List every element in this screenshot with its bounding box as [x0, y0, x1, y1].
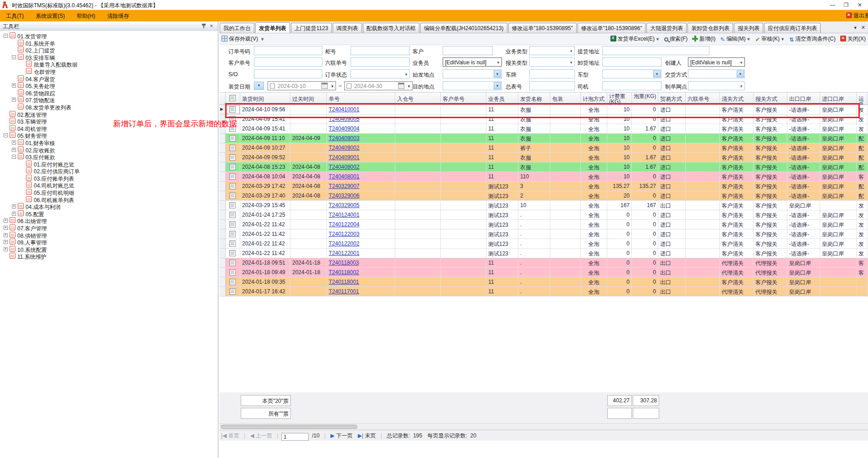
- column-header-计泡方式[interactable]: 计泡方式: [581, 93, 607, 105]
- driver-field[interactable]: [602, 81, 661, 90]
- row-checkbox[interactable]: [229, 288, 236, 295]
- tree-expander-icon[interactable]: −: [4, 34, 8, 38]
- next-page-button[interactable]: ▶ 下一页: [331, 432, 353, 440]
- sidebar-item-仓群管理[interactable]: 仓群管理: [0, 68, 218, 75]
- sidebar-item-04.司机对账总览[interactable]: 04.司机对账总览: [0, 182, 218, 189]
- row-checkbox[interactable]: [229, 183, 236, 189]
- table-row[interactable]: 2024-01-18 09:512024-01-18T24011800311.全…: [219, 258, 868, 268]
- tab-发货单列表[interactable]: 发货单列表: [255, 22, 290, 33]
- tab-修改运单"180-15390895"[interactable]: 修改运单"180-15390895": [508, 23, 577, 33]
- row-checkbox[interactable]: [229, 212, 236, 218]
- menu-item-3[interactable]: 清除缓存: [101, 10, 135, 21]
- tab-调度列表[interactable]: 调度列表: [333, 23, 362, 33]
- tree-expander-icon[interactable]: +: [4, 226, 8, 230]
- order-number-link[interactable]: T240122003: [327, 229, 395, 239]
- tree-expander-icon[interactable]: −: [4, 133, 8, 137]
- table-row[interactable]: 2024-04-08 15:232024-04-08T24040800211衣服…: [219, 162, 868, 172]
- sidebar-item-05.应付司机明细[interactable]: 05.应付司机明细: [0, 189, 218, 196]
- chevron-down-icon[interactable]: ▼: [737, 70, 744, 78]
- sidebar-item-06.司机账单列表[interactable]: 06.司机账单列表: [0, 196, 218, 203]
- biz_type-field[interactable]: ▼: [529, 46, 575, 55]
- table-row[interactable]: 2024-01-22 11:42T240122001测试123.全泡00进口客户…: [219, 249, 868, 258]
- horizontal-scrollbar[interactable]: [219, 423, 868, 430]
- sidebar-item-批量导入配载数据[interactable]: 批量导入配载数据: [0, 61, 218, 68]
- tab-配载数据导入对话框[interactable]: 配载数据导入对话框: [363, 23, 419, 33]
- sidebar-item-01.系统开单[interactable]: 01.系统开单: [0, 40, 218, 47]
- date-checkbox[interactable]: [270, 83, 275, 88]
- row-checkbox[interactable]: [229, 260, 236, 266]
- tree-expander-icon[interactable]: +: [4, 247, 8, 251]
- sidebar-item-02.应付供应商订单[interactable]: 02.应付供应商订单: [0, 167, 218, 175]
- toolbar-button-编辑(M)[interactable]: ✎编辑(M)▼: [718, 33, 753, 43]
- row-checkbox-cell[interactable]: [226, 153, 240, 162]
- sidebar-item-03.应付账款[interactable]: −03.应付账款: [0, 153, 218, 161]
- column-header-装货时间[interactable]: 装货时间: [240, 93, 290, 105]
- table-row[interactable]: 2024-01-24 17:25T240124001测试123.全泡00进口客户…: [219, 210, 868, 220]
- row-checkbox[interactable]: [229, 164, 236, 170]
- order-number-link[interactable]: T240409004: [327, 124, 395, 134]
- sidebar-item-03.安排车辆[interactable]: −03.安排车辆: [0, 54, 218, 61]
- tree-expander-icon[interactable]: +: [12, 98, 16, 102]
- tab-大陆退货列表[interactable]: 大陆退货列表: [646, 23, 687, 33]
- date_from-field[interactable]: 2024-03-10▼: [268, 81, 336, 90]
- column-header-泡重(KG)[interactable]: 泡重(KG): [632, 93, 658, 105]
- page-number-input[interactable]: 1: [281, 433, 309, 441]
- tab-我的工作台[interactable]: 我的工作台: [220, 23, 254, 33]
- column-header-贸易方式[interactable]: 贸易方式: [658, 93, 686, 105]
- plate-field[interactable]: [529, 69, 575, 78]
- tree-expander-icon[interactable]: +: [4, 219, 8, 223]
- table-row[interactable]: 2024-01-18 09:492024-01-18T24011800211.全…: [219, 268, 868, 277]
- row-checkbox-cell[interactable]: [226, 210, 240, 220]
- tab-上门提货1123[interactable]: 上门提货1123: [291, 23, 332, 33]
- sidebar-item-07.货物配送[interactable]: +07.货物配送: [0, 96, 218, 104]
- toolbar-button-清空查询条件(C)[interactable]: ⇅清空查询条件(C): [787, 33, 838, 43]
- row-checkbox[interactable]: [229, 135, 236, 141]
- row-checkbox-cell[interactable]: [226, 143, 240, 153]
- sidebar-item-06.出纳管理[interactable]: +06.出纳管理: [0, 217, 218, 224]
- sidebar-item-08.供销管理[interactable]: +08.供销管理: [0, 232, 218, 239]
- row-checkbox[interactable]: [229, 173, 236, 180]
- order-number-link[interactable]: T240329005: [327, 201, 395, 210]
- calendar-icon[interactable]: [321, 83, 328, 89]
- sidebar-item-08.发货单更改列表[interactable]: 08.发货单更改列表: [0, 104, 218, 111]
- unload_addr-field[interactable]: [602, 57, 661, 67]
- row-checkbox-cell[interactable]: [226, 258, 240, 268]
- tab-报关列表[interactable]: 报关列表: [734, 23, 763, 33]
- sidebar-item-06.货物跟踪[interactable]: 06.货物跟踪: [0, 89, 218, 97]
- toolbar-button-审核(K)[interactable]: ✔审核(K)▼: [753, 33, 787, 43]
- table-row[interactable]: 2024-01-18 09:35T24011800111.全泡00出口客户清关客…: [219, 277, 868, 287]
- declare_type-field[interactable]: ▼: [529, 57, 575, 67]
- table-row[interactable]: 2024-03-29 17:402024-04-08T240329006测试12…: [219, 191, 868, 201]
- row-checkbox-cell[interactable]: [226, 172, 240, 182]
- exit-system-button[interactable]: 退出系统: [846, 12, 868, 20]
- row-checkbox-cell[interactable]: [226, 182, 240, 191]
- chevron-down-icon[interactable]: ▼: [494, 82, 501, 89]
- toolbar-button-发货单Excel(E)[interactable]: 发货单Excel(E)▼: [608, 33, 662, 43]
- tab-close-icon[interactable]: ✕: [861, 25, 865, 30]
- column-header-过关时间[interactable]: 过关时间: [290, 93, 327, 105]
- order-number-link[interactable]: T240329006: [327, 191, 395, 201]
- tree-expander-icon[interactable]: +: [12, 212, 16, 216]
- sidebar-item-01.财务审核[interactable]: +01.财务审核: [0, 139, 218, 146]
- column-header-运单[interactable]: 运单: [857, 93, 868, 105]
- table-row[interactable]: 2024-01-22 11:42T240122003测试123.全泡00进口客户…: [219, 229, 868, 239]
- sidebar-item-02.上门提货[interactable]: 02.上门提货: [0, 47, 218, 54]
- select-all-checkbox-cell[interactable]: [226, 93, 240, 105]
- order-number-link[interactable]: T240118003: [327, 258, 395, 268]
- sidebar-item-05.配置[interactable]: +05.配置: [0, 210, 218, 218]
- column-header-计费重(KG)[interactable]: 计费重(KG): [607, 93, 632, 105]
- table-row[interactable]: 2024-04-08 10:042024-04-08T2404080011111…: [219, 172, 868, 182]
- tab-编辑分单配载(JH240102654213)[interactable]: 编辑分单配载(JH240102654213): [420, 23, 507, 33]
- menu-item-1[interactable]: 系统设置(S): [30, 10, 71, 21]
- row-checkbox[interactable]: [229, 154, 236, 161]
- order-number-link[interactable]: T240408001: [327, 172, 395, 182]
- row-checkbox[interactable]: [229, 269, 236, 276]
- vehicle_type-field[interactable]: ▼: [602, 69, 661, 78]
- column-header-报关方式[interactable]: 报关方式: [754, 93, 787, 105]
- row-checkbox[interactable]: [229, 231, 236, 237]
- table-row[interactable]: ▶2024-04-10 09:56T24041000111衣服全泡100进口客户…: [219, 105, 868, 114]
- tree-expander-icon[interactable]: −: [12, 155, 16, 159]
- toolbar-button-关闭(X)[interactable]: 关闭(X): [838, 33, 868, 43]
- pin-icon[interactable]: [202, 24, 206, 28]
- dest-field[interactable]: ▼: [443, 81, 502, 90]
